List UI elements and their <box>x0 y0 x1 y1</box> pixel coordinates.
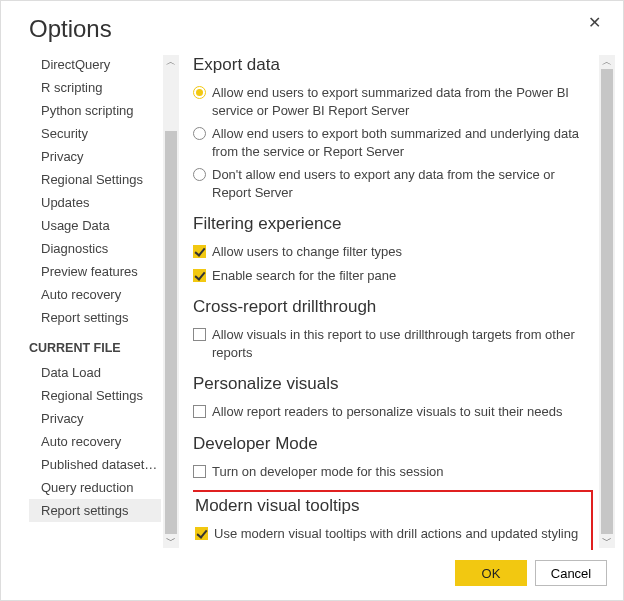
dialog-title: Options <box>29 15 112 43</box>
sidebar-item[interactable]: Updates <box>29 191 161 214</box>
title-bar: Options ✕ <box>1 1 623 49</box>
close-icon[interactable]: ✕ <box>586 15 603 31</box>
checkbox-icon[interactable] <box>193 405 206 418</box>
sidebar-item[interactable]: Security <box>29 122 161 145</box>
sidebar-item[interactable]: R scripting <box>29 76 161 99</box>
radio-option[interactable]: Allow end users to export both summarize… <box>193 122 593 163</box>
checkbox-option[interactable]: Allow users to change filter types <box>193 240 593 264</box>
radio-icon[interactable] <box>193 168 206 181</box>
section-heading-filtering: Filtering experience <box>193 214 593 234</box>
highlighted-section: Modern visual tooltips Use modern visual… <box>193 490 593 550</box>
section-heading-tooltips: Modern visual tooltips <box>195 496 583 516</box>
main-pane: Export data Allow end users to export su… <box>179 53 615 550</box>
sidebar-list: DirectQuery R scripting Python scripting… <box>29 53 179 522</box>
section-heading-export-data: Export data <box>193 55 593 75</box>
scrollbar-track[interactable] <box>163 69 179 534</box>
ok-button[interactable]: OK <box>455 560 527 586</box>
sidebar-item[interactable]: Report settings <box>29 306 161 329</box>
sidebar-item[interactable]: Diagnostics <box>29 237 161 260</box>
checkbox-icon[interactable] <box>193 269 206 282</box>
checkbox-option[interactable]: Allow report readers to personalize visu… <box>193 400 593 424</box>
checkbox-icon[interactable] <box>193 328 206 341</box>
sidebar-item[interactable]: Auto recovery <box>29 283 161 306</box>
option-label: Turn on developer mode for this session <box>212 463 593 481</box>
chevron-down-icon[interactable]: ﹀ <box>166 534 176 548</box>
sidebar-section-heading: CURRENT FILE <box>29 329 161 361</box>
checkbox-icon[interactable] <box>193 245 206 258</box>
sidebar-item[interactable]: Regional Settings <box>29 384 161 407</box>
sidebar-scrollbar[interactable]: ︿ ﹀ <box>163 55 179 548</box>
option-label: Allow visuals in this report to use dril… <box>212 326 593 361</box>
sidebar-item[interactable]: Privacy <box>29 145 161 168</box>
sidebar-item-report-settings[interactable]: Report settings <box>29 499 161 522</box>
section-heading-cross-report: Cross-report drillthrough <box>193 297 593 317</box>
radio-icon[interactable] <box>193 127 206 140</box>
scrollbar-thumb[interactable] <box>601 69 613 534</box>
scrollbar-track[interactable] <box>599 69 615 534</box>
sidebar-item[interactable]: Published dataset set... <box>29 453 161 476</box>
option-label: Use modern visual tooltips with drill ac… <box>214 525 583 543</box>
radio-icon[interactable] <box>193 86 206 99</box>
sidebar-item[interactable]: Regional Settings <box>29 168 161 191</box>
radio-option[interactable]: Allow end users to export summarized dat… <box>193 81 593 122</box>
main-scrollbar[interactable]: ︿ ﹀ <box>599 55 615 548</box>
dialog-footer: OK Cancel <box>1 550 623 600</box>
sidebar-item[interactable]: Python scripting <box>29 99 161 122</box>
checkbox-icon[interactable] <box>193 465 206 478</box>
sidebar-item[interactable]: Preview features <box>29 260 161 283</box>
option-label: Allow end users to export summarized dat… <box>212 84 593 119</box>
option-label: Don't allow end users to export any data… <box>212 166 593 201</box>
option-label: Enable search for the filter pane <box>212 267 593 285</box>
radio-option[interactable]: Don't allow end users to export any data… <box>193 163 593 204</box>
checkbox-option[interactable]: Allow visuals in this report to use dril… <box>193 323 593 364</box>
main-content: Export data Allow end users to export su… <box>193 53 615 550</box>
sidebar-item[interactable]: Usage Data <box>29 214 161 237</box>
section-heading-personalize: Personalize visuals <box>193 374 593 394</box>
sidebar-item[interactable]: Privacy <box>29 407 161 430</box>
checkbox-option[interactable]: Use modern visual tooltips with drill ac… <box>195 522 583 546</box>
option-label: Allow report readers to personalize visu… <box>212 403 593 421</box>
sidebar-item[interactable]: Query reduction <box>29 476 161 499</box>
cancel-button[interactable]: Cancel <box>535 560 607 586</box>
checkbox-option[interactable]: Turn on developer mode for this session <box>193 460 593 484</box>
option-label: Allow end users to export both summarize… <box>212 125 593 160</box>
option-label: Allow users to change filter types <box>212 243 593 261</box>
options-dialog: Options ✕ DirectQuery R scripting Python… <box>0 0 624 601</box>
dialog-body: DirectQuery R scripting Python scripting… <box>1 49 623 550</box>
chevron-up-icon[interactable]: ︿ <box>602 55 612 69</box>
sidebar: DirectQuery R scripting Python scripting… <box>29 53 179 550</box>
scrollbar-thumb[interactable] <box>165 131 177 534</box>
chevron-up-icon[interactable]: ︿ <box>166 55 176 69</box>
sidebar-item[interactable]: Data Load <box>29 361 161 384</box>
section-heading-developer: Developer Mode <box>193 434 593 454</box>
checkbox-icon[interactable] <box>195 527 208 540</box>
sidebar-item[interactable]: DirectQuery <box>29 53 161 76</box>
sidebar-item[interactable]: Auto recovery <box>29 430 161 453</box>
checkbox-option[interactable]: Enable search for the filter pane <box>193 264 593 288</box>
chevron-down-icon[interactable]: ﹀ <box>602 534 612 548</box>
